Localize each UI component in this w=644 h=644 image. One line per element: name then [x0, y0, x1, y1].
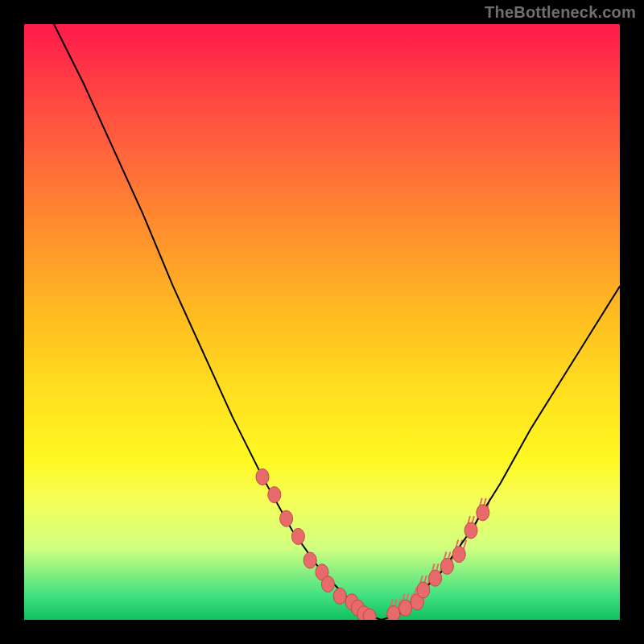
curve-marker [452, 547, 465, 563]
curve-marker [399, 600, 412, 616]
curve-marker [280, 510, 293, 526]
curve-marker [291, 528, 304, 544]
curve-marker [268, 487, 281, 503]
curve-marker [333, 588, 346, 604]
curve-marker [387, 606, 400, 620]
watermark-text: TheBottleneck.com [485, 3, 636, 22]
curve-marker [256, 469, 269, 485]
curve-marker [440, 558, 453, 574]
curve-marker [477, 505, 489, 521]
curve-marker [429, 570, 442, 586]
curve-marker [417, 582, 430, 598]
curve-marker [321, 576, 334, 592]
chart-svg [24, 24, 620, 620]
curve-marker [303, 552, 316, 568]
chart-plot-area [24, 24, 620, 620]
chart-frame: TheBottleneck.com [0, 0, 644, 644]
curve-marker [464, 522, 477, 539]
